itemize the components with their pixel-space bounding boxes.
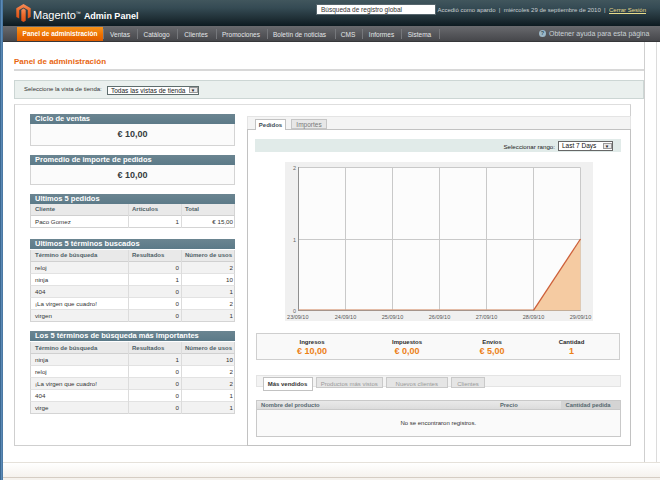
svg-text:25/09/10: 25/09/10 bbox=[382, 314, 403, 320]
svg-text:29/09/10: 29/09/10 bbox=[570, 314, 591, 320]
svg-text:27/09/10: 27/09/10 bbox=[476, 314, 497, 320]
svg-text:23/09/10: 23/09/10 bbox=[287, 314, 308, 320]
svg-text:2: 2 bbox=[293, 165, 296, 171]
svg-text:1: 1 bbox=[293, 237, 296, 243]
svg-text:26/09/10: 26/09/10 bbox=[429, 314, 450, 320]
svg-text:28/09/10: 28/09/10 bbox=[523, 314, 544, 320]
svg-text:24/09/10: 24/09/10 bbox=[335, 314, 356, 320]
